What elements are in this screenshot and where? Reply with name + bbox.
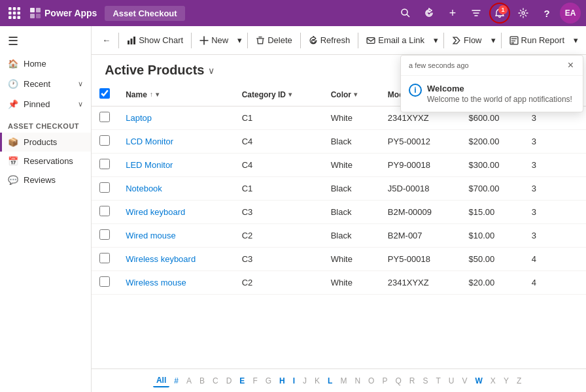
product-link[interactable]: Wired keyboard: [126, 207, 185, 217]
run-report-dropdown-button[interactable]: ▾: [571, 33, 581, 48]
alpha-btn-H[interactable]: H: [276, 375, 288, 387]
row-checkbox-cell[interactable]: [92, 177, 118, 201]
sidebar-item-home[interactable]: 🏠 Home: [0, 54, 91, 74]
alpha-btn-A[interactable]: A: [183, 375, 195, 387]
app-tab[interactable]: Asset Checkout: [105, 6, 184, 21]
alpha-btn-P[interactable]: P: [379, 375, 390, 387]
refresh-topbar-button[interactable]: [419, 3, 439, 24]
row-name-cell[interactable]: Wireless keyboard: [118, 248, 233, 271]
alpha-btn-Q[interactable]: Q: [392, 375, 404, 387]
products-icon: 📦: [8, 137, 18, 147]
alpha-btn-Z[interactable]: Z: [513, 375, 525, 387]
alpha-btn-N[interactable]: N: [351, 375, 364, 387]
select-all-header[interactable]: [92, 83, 118, 106]
alpha-btn-S[interactable]: S: [419, 375, 431, 387]
select-all-checkbox[interactable]: [99, 88, 110, 99]
alpha-btn-I[interactable]: I: [290, 375, 298, 387]
help-button[interactable]: ?: [536, 3, 557, 24]
chart-icon: [127, 36, 136, 45]
alpha-btn-#[interactable]: #: [171, 375, 182, 387]
alpha-btn-G[interactable]: G: [262, 375, 275, 387]
alpha-btn-L[interactable]: L: [324, 375, 336, 387]
email-dropdown-button[interactable]: ▾: [431, 33, 441, 48]
row-name-cell[interactable]: Wired keyboard: [118, 201, 233, 224]
row-select-checkbox[interactable]: [99, 112, 110, 122]
row-checkbox-cell[interactable]: [92, 201, 118, 224]
row-category-cell: C1: [234, 177, 323, 201]
alpha-btn-W[interactable]: W: [472, 375, 486, 387]
sidebar-item-products[interactable]: 📦 Products: [0, 133, 91, 152]
product-link[interactable]: LED Monitor: [126, 160, 173, 170]
row-name-cell[interactable]: LED Monitor: [118, 154, 233, 177]
product-link[interactable]: Wireless mouse: [126, 278, 186, 287]
show-chart-button[interactable]: Show Chart: [122, 33, 188, 48]
col-header-category[interactable]: Category ID ▾: [234, 83, 323, 106]
sidebar-item-recent[interactable]: 🕐 Recent ∨: [0, 74, 91, 94]
row-checkbox-cell[interactable]: [92, 130, 118, 154]
row-select-checkbox[interactable]: [99, 206, 110, 216]
row-select-checkbox[interactable]: [99, 135, 110, 146]
flow-dropdown-button[interactable]: ▾: [489, 33, 498, 48]
row-checkbox-cell[interactable]: [92, 154, 118, 177]
search-button[interactable]: [395, 3, 416, 24]
filter-button[interactable]: [466, 3, 487, 24]
flow-button[interactable]: Flow: [447, 33, 487, 48]
row-select-checkbox[interactable]: [99, 182, 110, 193]
alpha-btn-D[interactable]: D: [223, 375, 235, 387]
svg-line-14: [407, 14, 409, 17]
run-report-button[interactable]: Run Report: [504, 33, 570, 48]
sidebar-item-reviews[interactable]: 💬 Reviews: [0, 171, 91, 189]
settings-button[interactable]: [513, 3, 534, 24]
sidebar-item-pinned[interactable]: 📌 Pinned ∨: [0, 94, 91, 114]
avatar[interactable]: EA: [560, 3, 581, 24]
row-name-cell[interactable]: LCD Monitor: [118, 130, 233, 154]
alpha-btn-U[interactable]: U: [445, 375, 458, 387]
alpha-btn-F[interactable]: F: [249, 375, 260, 387]
email-link-button[interactable]: Email a Link: [361, 33, 430, 48]
alpha-btn-T[interactable]: T: [433, 375, 444, 387]
row-select-checkbox[interactable]: [99, 229, 110, 240]
new-dropdown-button[interactable]: ▾: [235, 33, 245, 48]
row-select-checkbox[interactable]: [99, 276, 110, 287]
product-link[interactable]: LCD Monitor: [126, 137, 173, 146]
row-name-cell[interactable]: Wired mouse: [118, 224, 233, 248]
sidebar-toggle[interactable]: ☰: [0, 29, 91, 54]
sidebar-item-reservations[interactable]: 📅 Reservations: [0, 152, 91, 171]
alpha-btn-O[interactable]: O: [365, 375, 377, 387]
product-link[interactable]: Laptop: [126, 113, 152, 123]
alpha-btn-M[interactable]: M: [337, 375, 350, 387]
row-name-cell[interactable]: Notebook: [118, 177, 233, 201]
alpha-btn-J[interactable]: J: [300, 375, 310, 387]
new-button[interactable]: New: [194, 33, 233, 48]
alpha-btn-E[interactable]: E: [236, 375, 248, 387]
row-checkbox-cell[interactable]: [92, 106, 118, 130]
col-header-name[interactable]: Name ↑ ▾: [118, 83, 233, 106]
back-button[interactable]: ←: [97, 33, 116, 48]
alpha-btn-Y[interactable]: Y: [500, 375, 512, 387]
notification-button[interactable]: 1: [489, 3, 510, 24]
row-select-checkbox[interactable]: [99, 253, 110, 263]
alpha-btn-K[interactable]: K: [311, 375, 323, 387]
product-link[interactable]: Wireless keyboard: [126, 254, 196, 264]
row-name-cell[interactable]: Wireless mouse: [118, 271, 233, 295]
notification-close-button[interactable]: ×: [566, 59, 575, 71]
delete-button[interactable]: Delete: [250, 33, 298, 48]
alpha-btn-V[interactable]: V: [459, 375, 471, 387]
add-button[interactable]: +: [442, 3, 463, 24]
alpha-btn-R[interactable]: R: [406, 375, 419, 387]
row-select-checkbox[interactable]: [99, 159, 110, 169]
row-checkbox-cell[interactable]: [92, 248, 118, 271]
alpha-btn-X[interactable]: X: [487, 375, 499, 387]
row-name-cell[interactable]: Laptop: [118, 106, 233, 130]
row-checkbox-cell[interactable]: [92, 271, 118, 295]
waffle-menu[interactable]: [5, 4, 24, 22]
refresh-button[interactable]: Refresh: [303, 33, 356, 48]
page-title-chevron-icon[interactable]: ∨: [208, 65, 215, 76]
alpha-btn-C[interactable]: C: [209, 375, 222, 387]
product-link[interactable]: Notebook: [126, 184, 162, 193]
alpha-btn-All[interactable]: All: [153, 374, 169, 387]
col-header-color[interactable]: Color ▾: [323, 83, 380, 106]
row-checkbox-cell[interactable]: [92, 224, 118, 248]
product-link[interactable]: Wired mouse: [126, 231, 176, 240]
alpha-btn-B[interactable]: B: [196, 375, 208, 387]
